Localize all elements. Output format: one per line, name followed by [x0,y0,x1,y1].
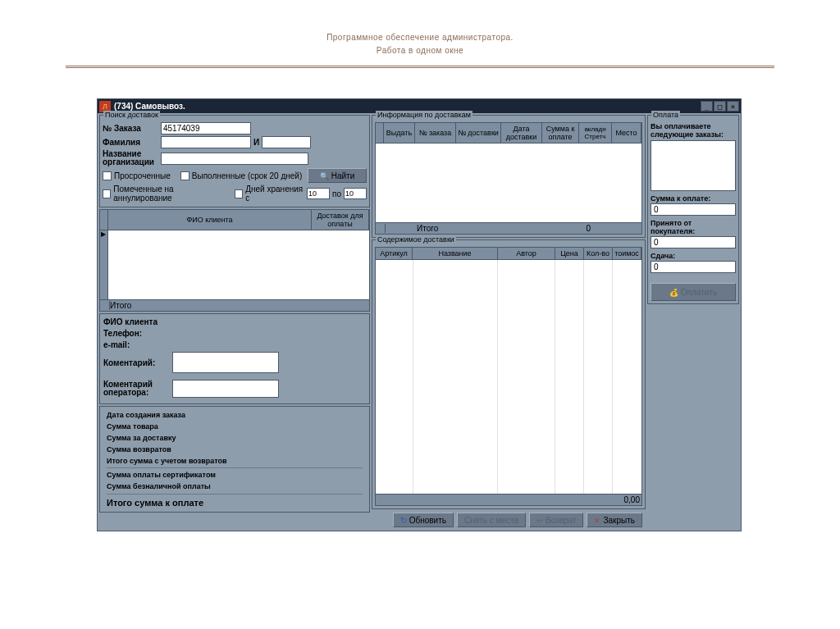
storage-days-label: Дней хранения с [245,185,304,203]
pay-icon [669,288,678,297]
close-icon [594,516,600,525]
delivery-grid[interactable]: Выдать № заказа № доставки Дата доставки… [375,122,642,235]
you-pay-label: Вы оплачиваете следующие заказы: [651,122,736,139]
org-label: Название организации [103,150,158,166]
page-heading: Программное обеспечение администратора. … [0,0,840,59]
storage-to-label: по [332,189,341,198]
client-fio-label: ФИО клиента [103,317,169,326]
received-label: Принято от покупателя: [651,219,736,235]
app-window: Л (734) Самовывоз. _ □ × Поиск доставок … [97,98,742,531]
search-group-title: Поиск доставок [103,111,160,119]
contents-col-qty: Кол-во [584,248,613,259]
sum-to-pay-label: Сумма к оплате: [651,194,736,203]
storage-to-input[interactable] [344,188,367,199]
client-phone-label: Телефон: [103,329,169,338]
org-input[interactable] [161,153,308,165]
surname-input-2[interactable] [262,136,311,148]
client-comment-label: Коментарий: [103,358,169,367]
page-heading-line1: Программное обеспечение администратора. [326,33,514,42]
delivery-col-issue: Выдать [384,123,415,143]
refresh-button[interactable]: Обновить [393,513,454,527]
summary-delivery: Сумма за доставку [107,432,363,444]
maximize-button[interactable]: □ [714,101,726,112]
contents-col-article: Артикул [376,248,413,259]
summary-returns: Сумма возвратов [107,444,363,455]
delivery-footer-sum: 0 [550,224,591,233]
change-label: Сдача: [651,252,736,260]
summary-cert: Сумма оплаты сертификатом [107,467,363,481]
overdue-checkbox[interactable] [103,171,112,180]
operator-comment-input[interactable] [172,380,279,398]
delivery-col-sum: Сумма к оплате [542,123,579,143]
find-button[interactable]: Найти [308,168,367,183]
contents-col-author: Автор [498,248,555,259]
back-icon [536,516,543,525]
contents-col-name: Название [413,248,498,259]
delivery-col-place: Место [612,123,641,143]
summary-panel: Дата создания заказа Сумма товара Сумма … [99,406,370,513]
summary-created: Дата создания заказа [107,409,363,421]
minimize-button[interactable]: _ [701,101,713,112]
storage-days-checkbox[interactable] [235,189,243,198]
delivery-info-title: Информация по доставкам [376,111,472,119]
contents-col-cost: тоимос [613,248,641,259]
contents-title: Содержимое доставки [376,235,456,244]
marked-cancel-label: Помеченные на аннулирование [113,185,225,203]
contents-footer-sum: 0,00 [624,495,640,504]
delivery-footer-label: Итого [417,224,438,233]
title-divider [66,66,774,68]
and-label: И [253,138,259,147]
delivery-col-date: Дата доставки [501,123,542,143]
delivery-col-invoice: акладн Стретч [579,123,612,143]
overdue-label: Просроченные [114,171,171,180]
summary-total: Итого сумма к оплате [107,494,363,509]
contents-group: Содержимое доставки Артикул Название Авт… [372,239,646,509]
close-window-button[interactable]: × [727,101,739,112]
orders-to-pay-list[interactable] [651,140,736,191]
clients-col-fio: ФИО клиента [108,210,312,230]
summary-cashless: Сумма безналичной оплаты [107,481,363,492]
summary-with-returns: Итого сумма с учетом возвратов [107,455,363,467]
delivery-col-order: № заказа [415,123,456,143]
contents-col-price: Цена [555,248,584,259]
marked-cancel-checkbox[interactable] [103,189,111,198]
remove-place-button[interactable]: Снять с места [457,513,526,527]
return-button[interactable]: Возврат [529,513,584,527]
page-heading-line2: Работа в одном окне [0,46,840,55]
clients-col-delivery: Доставок для оплаты [312,210,369,230]
change-display: 0 [651,261,736,273]
search-icon [320,171,329,180]
payment-group: Оплата Вы оплачиваете следующие заказы: … [647,115,739,304]
operator-comment-label: Коментарий оператора: [103,381,169,397]
bottom-toolbar: Обновить Снять с места Возврат Закрыть [372,511,646,529]
storage-from-input[interactable] [307,188,330,199]
search-group: Поиск доставок № Заказа Фамилия И Назван… [99,115,370,207]
delivery-col-delivery: № доставки [456,123,501,143]
sum-to-pay-display: 0 [651,203,736,216]
summary-goods: Сумма товара [107,421,363,432]
client-comment-input[interactable] [172,352,279,373]
clients-footer: Итого [110,301,131,310]
clients-grid[interactable]: ФИО клиента Доставок для оплаты ▶ Итого [99,209,370,312]
delivery-info-group: Информация по доставкам Выдать № заказа … [372,115,646,238]
contents-grid[interactable]: Артикул Название Автор Цена Кол-во тоимо… [375,247,642,506]
surname-label: Фамилия [103,138,158,147]
pay-button[interactable]: Оплатить [651,283,736,301]
refresh-icon [400,516,407,525]
completed-label: Выполненные (срок 20 дней) [192,171,302,180]
client-details-panel: ФИО клиента Телефон: e-mail: Коментарий:… [99,313,370,404]
window-title: (734) Самовывоз. [114,102,701,111]
received-input[interactable] [651,236,736,248]
order-number-label: № Заказа [103,124,158,133]
client-email-label: e-mail: [103,340,169,349]
close-button[interactable]: Закрыть [587,513,642,527]
payment-title: Оплата [651,111,680,119]
surname-input[interactable] [161,136,251,148]
completed-checkbox[interactable] [180,171,189,180]
order-number-input[interactable] [161,122,251,134]
